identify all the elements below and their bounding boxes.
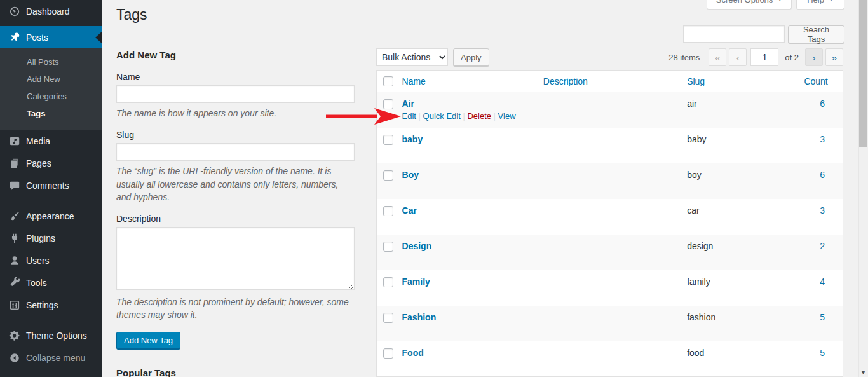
sliders-icon — [8, 299, 20, 311]
sidebar-item-label: Pages — [26, 158, 51, 169]
admin-content: Tags Screen Options ▼ Help ▼ Add New Tag… — [102, 0, 858, 377]
current-page-input[interactable] — [750, 48, 778, 66]
first-page-button[interactable]: « — [709, 48, 726, 66]
help-button[interactable]: Help ▼ — [796, 0, 844, 10]
tag-name-link[interactable]: Car — [402, 205, 417, 216]
sidebar-item-categories[interactable]: Categories — [0, 88, 102, 105]
table-row: Fashion fashion 5 — [377, 306, 843, 341]
sidebar-item-dashboard[interactable]: Dashboard — [0, 0, 102, 22]
tag-name-link[interactable]: Fashion — [402, 312, 437, 322]
tag-count-link[interactable]: 5 — [820, 312, 825, 322]
sidebar-item-label: Appearance — [26, 210, 74, 222]
tag-description-cell — [537, 341, 681, 377]
tag-description-cell — [537, 199, 681, 235]
sidebar-item-posts[interactable]: Posts — [0, 26, 102, 48]
previous-page-button[interactable]: ‹ — [729, 48, 747, 66]
sidebar-item-plugins[interactable]: Plugins — [0, 227, 102, 249]
tag-name-link[interactable]: baby — [402, 134, 423, 144]
tag-name-link[interactable]: Boy — [402, 170, 419, 180]
quick-edit-link[interactable]: Quick Edit — [423, 111, 468, 121]
chevron-down-icon: ▼ — [829, 0, 834, 3]
table-row: Food food 5 — [377, 341, 843, 377]
row-checkbox[interactable] — [383, 277, 393, 287]
sidebar-item-label: Media — [26, 135, 50, 147]
sidebar-item-comments[interactable]: Comments — [0, 174, 102, 196]
items-count: 28 items — [668, 53, 700, 62]
name-help-text: The name is how it appears on your site. — [116, 107, 355, 120]
tag-name-link[interactable]: Family — [402, 277, 430, 287]
tag-name-input[interactable] — [116, 85, 355, 103]
tag-count-link[interactable]: 6 — [820, 99, 825, 109]
view-link[interactable]: View — [498, 111, 516, 121]
row-checkbox[interactable] — [383, 135, 393, 145]
scroll-down-arrow[interactable]: ▼ — [860, 369, 866, 376]
admin-sidebar: Dashboard Posts All Posts Add New Catego… — [0, 0, 102, 377]
table-header-row: Name Description Slug Count — [377, 71, 843, 92]
sidebar-item-add-new[interactable]: Add New — [0, 71, 102, 88]
tag-name-link[interactable]: Design — [402, 241, 432, 251]
sidebar-item-media[interactable]: Media — [0, 130, 102, 152]
tag-description-textarea[interactable] — [116, 227, 355, 290]
row-checkbox[interactable] — [383, 348, 393, 359]
tag-description-cell — [537, 306, 681, 341]
page-title: Tags — [116, 6, 147, 24]
sidebar-item-all-posts[interactable]: All Posts — [0, 53, 102, 71]
column-header-description[interactable]: Description — [537, 71, 681, 92]
delete-link[interactable]: Delete — [467, 111, 498, 121]
chevron-down-icon: ▼ — [777, 0, 782, 3]
sidebar-item-users[interactable]: Users — [0, 249, 102, 271]
screen-options-button[interactable]: Screen Options ▼ — [707, 0, 792, 10]
column-header-name[interactable]: Name — [396, 71, 537, 92]
paintbrush-icon — [8, 210, 20, 222]
tag-count-link[interactable]: 5 — [820, 348, 825, 358]
sidebar-item-appearance[interactable]: Appearance — [0, 205, 102, 227]
tag-name-link[interactable]: Air — [402, 99, 414, 109]
tag-description-cell — [537, 92, 681, 128]
menu-separator — [0, 316, 102, 324]
tag-count-link[interactable]: 3 — [820, 205, 825, 216]
row-checkbox[interactable] — [383, 99, 393, 109]
sidebar-item-tags[interactable]: Tags — [0, 105, 102, 122]
tag-slug-input[interactable] — [116, 143, 355, 161]
tag-count-link[interactable]: 4 — [820, 277, 825, 287]
next-page-button[interactable]: › — [805, 48, 823, 66]
pushpin-icon — [8, 31, 20, 43]
bulk-actions-select[interactable]: Bulk Actions — [376, 48, 448, 66]
row-actions: EditQuick EditDeleteView — [402, 111, 531, 121]
total-pages-label: of 2 — [785, 53, 799, 62]
add-new-tag-button[interactable]: Add New Tag — [116, 332, 180, 350]
tag-count-link[interactable]: 6 — [820, 170, 825, 180]
sidebar-item-settings[interactable]: Settings — [0, 294, 102, 316]
posts-submenu: All Posts Add New Categories Tags — [0, 48, 102, 130]
column-header-slug[interactable]: Slug — [681, 71, 797, 92]
table-row: baby baby 3 — [377, 128, 843, 163]
edit-link[interactable]: Edit — [402, 111, 423, 121]
tag-slug-cell: fashion — [681, 306, 797, 341]
collapse-arrow-icon — [8, 352, 20, 364]
sidebar-item-collapse-menu[interactable]: Collapse menu — [0, 346, 102, 369]
tag-slug-cell: design — [681, 235, 797, 270]
last-page-button[interactable]: » — [825, 48, 843, 66]
row-checkbox[interactable] — [383, 242, 393, 252]
sidebar-item-pages[interactable]: Pages — [0, 152, 102, 174]
apply-button[interactable]: Apply — [453, 48, 489, 66]
sidebar-item-theme-options[interactable]: Theme Options — [0, 324, 102, 346]
row-checkbox[interactable] — [383, 170, 393, 181]
tag-name-link[interactable]: Food — [402, 348, 424, 358]
help-label: Help — [807, 0, 824, 4]
tags-table: Name Description Slug Count Air EditQuic… — [376, 70, 843, 377]
tag-count-link[interactable]: 3 — [820, 134, 825, 144]
row-checkbox[interactable] — [383, 206, 393, 216]
select-all-checkbox[interactable] — [383, 76, 393, 86]
search-input[interactable] — [683, 25, 785, 43]
plug-icon — [8, 232, 20, 244]
row-checkbox[interactable] — [383, 313, 393, 323]
comment-bubble-icon — [8, 179, 20, 191]
scrollbar: ▼ — [858, 0, 868, 377]
tag-count-link[interactable]: 2 — [820, 241, 825, 251]
add-new-tag-form: Add New Tag Name The name is how it appe… — [116, 50, 355, 377]
scrollbar-thumb[interactable] — [859, 0, 867, 147]
column-header-count[interactable]: Count — [797, 71, 843, 92]
sidebar-item-tools[interactable]: Tools — [0, 271, 102, 294]
search-tags-button[interactable]: Search Tags — [788, 25, 844, 43]
